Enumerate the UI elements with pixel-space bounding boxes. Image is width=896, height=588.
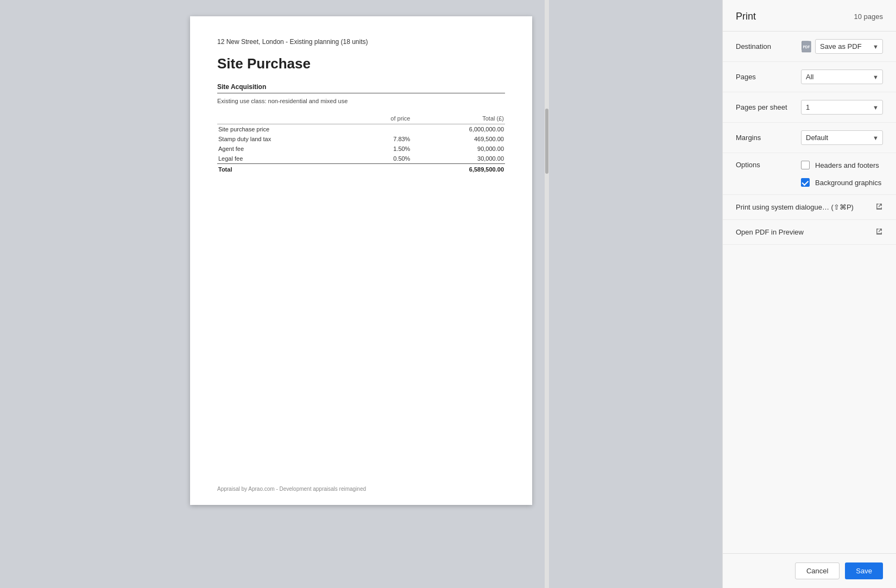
section-heading: Site Acquisition bbox=[217, 83, 505, 93]
print-pages-count: 10 pages bbox=[854, 12, 884, 21]
headers-footers-checkbox[interactable] bbox=[801, 161, 810, 169]
print-title: Print bbox=[736, 11, 756, 22]
row-label: Stamp duty land tax bbox=[217, 134, 356, 144]
pages-wrapper: All ▼ bbox=[801, 69, 883, 84]
destination-row: Destination PDF Save as PDF ▼ bbox=[723, 31, 896, 62]
pages-row: Pages All ▼ bbox=[723, 62, 896, 92]
page-footer: Appraisal by Aprao.com - Development app… bbox=[217, 486, 366, 492]
checkboxes-col: Headers and footers Background graphics bbox=[801, 161, 881, 187]
print-options: Destination PDF Save as PDF ▼ Pages bbox=[723, 31, 896, 553]
options-row: Options Headers and footers Background g… bbox=[723, 153, 896, 195]
pdf-icon: PDF bbox=[801, 41, 812, 53]
print-footer: Cancel Save bbox=[723, 553, 896, 588]
row-total: 30,000.00 bbox=[411, 154, 505, 164]
system-dialogue-label: Print using system dialogue… (⇧⌘P) bbox=[736, 203, 854, 211]
row-label: Site purchase price bbox=[217, 124, 356, 135]
margins-control: Default ▼ bbox=[801, 130, 883, 145]
row-of-price: 7.83% bbox=[356, 134, 411, 144]
print-panel-header: Print 10 pages bbox=[723, 0, 896, 31]
section-subtext: Existing use class: non-residential and … bbox=[217, 98, 505, 104]
margins-row: Margins Default ▼ bbox=[723, 123, 896, 153]
cancel-button[interactable]: Cancel bbox=[795, 562, 840, 579]
row-total: 6,000,000.00 bbox=[411, 124, 505, 135]
background-graphics-row: Background graphics bbox=[801, 178, 881, 187]
table-row: Legal fee0.50%30,000.00 bbox=[217, 154, 505, 164]
scroll-thumb[interactable] bbox=[545, 109, 548, 174]
row-of-price: 1.50% bbox=[356, 144, 411, 154]
print-panel: Print 10 pages Destination PDF Save as P… bbox=[722, 0, 896, 588]
pages-per-sheet-wrapper: 1 ▼ bbox=[801, 100, 883, 115]
table-row: Agent fee1.50%90,000.00 bbox=[217, 144, 505, 154]
margins-select[interactable]: Default bbox=[801, 130, 883, 145]
svg-text:PDF: PDF bbox=[803, 45, 810, 48]
page-preview: 12 New Street, London - Existing plannin… bbox=[190, 16, 532, 505]
pages-per-sheet-label: Pages per sheet bbox=[736, 103, 801, 111]
headers-footers-label: Headers and footers bbox=[815, 161, 879, 169]
total-of-price bbox=[356, 164, 411, 175]
row-total: 90,000.00 bbox=[411, 144, 505, 154]
scrollbar[interactable] bbox=[545, 0, 549, 588]
system-dialogue-row[interactable]: Print using system dialogue… (⇧⌘P) bbox=[723, 195, 896, 220]
pages-per-sheet-select[interactable]: 1 bbox=[801, 100, 883, 115]
margins-wrapper: Default ▼ bbox=[801, 130, 883, 145]
system-dialogue-external-icon bbox=[875, 203, 883, 212]
col-header-of-price: of price bbox=[356, 113, 411, 124]
options-label: Options bbox=[736, 161, 801, 169]
pages-per-sheet-row: Pages per sheet 1 ▼ bbox=[723, 92, 896, 123]
pages-select[interactable]: All bbox=[801, 69, 883, 84]
destination-wrapper: PDF Save as PDF ▼ bbox=[801, 39, 883, 54]
row-of-price: 0.50% bbox=[356, 154, 411, 164]
open-pdf-label: Open PDF in Preview bbox=[736, 228, 804, 236]
table-row: Site purchase price6,000,000.00 bbox=[217, 124, 505, 135]
total-value: 6,589,500.00 bbox=[411, 164, 505, 175]
destination-select[interactable]: Save as PDF bbox=[815, 39, 883, 54]
destination-label: Destination bbox=[736, 42, 801, 50]
headers-footers-row: Headers and footers bbox=[801, 161, 881, 169]
doc-subtitle: 12 New Street, London - Existing plannin… bbox=[217, 38, 505, 46]
row-label: Agent fee bbox=[217, 144, 356, 154]
pages-label: Pages bbox=[736, 73, 801, 81]
doc-title: Site Purchase bbox=[217, 55, 505, 72]
preview-area: 12 New Street, London - Existing plannin… bbox=[0, 0, 722, 588]
row-label: Legal fee bbox=[217, 154, 356, 164]
background-graphics-checkbox[interactable] bbox=[801, 178, 810, 187]
col-header-total: Total (£) bbox=[411, 113, 505, 124]
col-header-label bbox=[217, 113, 356, 124]
pages-control: All ▼ bbox=[801, 69, 883, 84]
row-of-price bbox=[356, 124, 411, 135]
save-button[interactable]: Save bbox=[845, 562, 883, 579]
margins-label: Margins bbox=[736, 134, 801, 142]
row-total: 469,500.00 bbox=[411, 134, 505, 144]
table-row: Stamp duty land tax7.83%469,500.00 bbox=[217, 134, 505, 144]
open-pdf-row[interactable]: Open PDF in Preview bbox=[723, 220, 896, 245]
destination-control: PDF Save as PDF ▼ bbox=[801, 39, 883, 54]
open-pdf-external-icon bbox=[875, 227, 883, 237]
total-label: Total bbox=[217, 164, 356, 175]
data-table: of price Total (£) Site purchase price6,… bbox=[217, 113, 505, 175]
background-graphics-label: Background graphics bbox=[815, 179, 881, 187]
pages-per-sheet-control: 1 ▼ bbox=[801, 100, 883, 115]
